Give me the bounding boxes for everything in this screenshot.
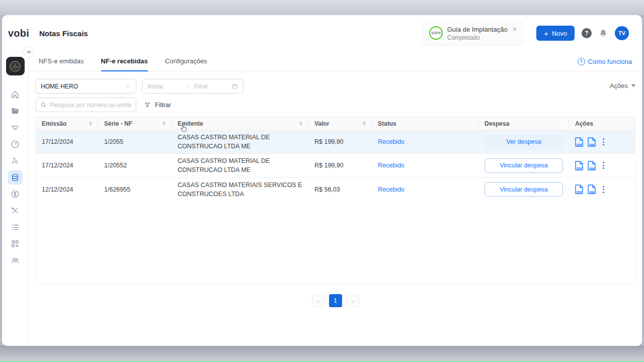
sidebar-item-team[interactable] xyxy=(8,253,23,267)
date-range-input[interactable]: Inicial Final xyxy=(142,79,244,94)
arrow-right-icon xyxy=(185,84,191,89)
tab-nfse-emitidas[interactable]: NFS-e emitidas xyxy=(39,51,84,71)
user-avatar[interactable]: TV xyxy=(615,26,629,40)
cell-valor: R$ 199,90 xyxy=(308,154,372,177)
onboarding-title: Guia de Implantação xyxy=(447,26,508,33)
bell-icon[interactable] xyxy=(599,29,608,38)
table-row[interactable]: 12/12/2024 1/626955 CASAS CASTRO MATERIA… xyxy=(36,177,635,201)
how-it-works-link[interactable]: ? Como funciona xyxy=(578,51,632,71)
sidebar-item-construction[interactable] xyxy=(8,154,23,168)
onboarding-widget[interactable]: 100% Guia de Implantação × Completado xyxy=(423,21,523,46)
funnel-icon xyxy=(144,102,151,109)
status-badge: Recebido xyxy=(372,178,478,201)
svg-text:PDF: PDF xyxy=(577,191,583,194)
col-serie[interactable]: Série - NF xyxy=(98,117,172,130)
project-select[interactable]: HOME HERO xyxy=(35,79,136,94)
svg-text:XML: XML xyxy=(589,191,595,194)
sidebar-expand-button[interactable] xyxy=(23,47,34,57)
cell-emissao: 17/12/2024 xyxy=(36,154,98,177)
tabs-bar: NFS-e emitidas NF-e recebidas Configuraç… xyxy=(29,51,642,72)
current-page[interactable]: 1 xyxy=(329,294,342,307)
sort-icon[interactable] xyxy=(158,121,166,126)
table-header: Emissão Série - NF Emitente Valor Status… xyxy=(36,117,635,130)
xml-download-icon[interactable]: XML xyxy=(588,161,596,170)
xml-download-icon[interactable]: XML xyxy=(588,137,596,147)
toolbar: HOME HERO Inicial Final xyxy=(35,79,635,112)
col-status: Status xyxy=(372,117,478,130)
progress-ring: 100% xyxy=(429,26,443,40)
new-button[interactable]: + Novo xyxy=(536,26,575,41)
header-right: 100% Guia de Implantação × Completado + … xyxy=(423,21,629,46)
close-icon[interactable]: × xyxy=(513,26,517,33)
col-emissao[interactable]: Emissão xyxy=(36,117,98,130)
vincular-despesa-button[interactable]: Vincular despesa xyxy=(485,182,563,197)
onboarding-subtitle: Completado xyxy=(447,34,517,41)
vincular-despesa-button[interactable]: Vincular despesa xyxy=(485,158,563,173)
date-end-placeholder: Final xyxy=(195,83,228,90)
svg-text:XML: XML xyxy=(589,143,595,146)
app-window: vobi Notas Fiscais 100% Guia de Implanta… xyxy=(2,15,642,346)
status-badge: Recebido xyxy=(372,154,478,177)
ver-despesa-button[interactable]: Ver despesa xyxy=(485,135,563,149)
row-menu-icon[interactable] xyxy=(601,137,606,146)
xml-download-icon[interactable]: XML xyxy=(588,185,596,194)
row-menu-icon[interactable] xyxy=(601,161,606,170)
pdf-download-icon[interactable]: PDF xyxy=(575,161,583,170)
tab-nfe-recebidas[interactable]: NF-e recebidas xyxy=(101,51,148,71)
cell-emissao: 17/12/2024 xyxy=(36,130,98,153)
svg-text:XML: XML xyxy=(589,166,595,169)
status-badge: Recebido xyxy=(372,130,478,153)
pdf-download-icon[interactable]: PDF xyxy=(575,185,583,194)
workspace-logo[interactable] xyxy=(6,57,25,75)
question-icon: ? xyxy=(578,58,585,65)
chevron-down-icon xyxy=(125,83,131,89)
sort-icon[interactable] xyxy=(85,121,92,126)
sidebar-item-projects[interactable] xyxy=(8,104,23,118)
page-title: Notas Fiscais xyxy=(39,29,88,38)
help-icon[interactable]: ? xyxy=(582,28,592,38)
cell-valor: R$ 199,90 xyxy=(308,130,372,153)
frame-band-top xyxy=(0,0,644,15)
cell-serie: 1/626955 xyxy=(98,178,172,201)
pdf-download-icon[interactable]: PDF xyxy=(575,137,583,147)
calendar-icon xyxy=(231,83,238,89)
sidebar-item-list[interactable] xyxy=(8,220,23,234)
main-panel: NFS-e emitidas NF-e recebidas Configuraç… xyxy=(29,51,642,346)
search-box xyxy=(35,98,136,112)
cell-valor: R$ 56,03 xyxy=(308,178,372,201)
row-menu-icon[interactable] xyxy=(601,185,606,194)
date-start-placeholder: Inicial xyxy=(147,83,181,90)
cell-serie: 1/2055 xyxy=(98,130,172,153)
cell-emitente: CASAS CASTRO MATERIAIS SERVICOS E CONSTR… xyxy=(172,178,308,201)
sidebar-item-payments[interactable] xyxy=(8,187,23,201)
col-emitente[interactable]: Emitente xyxy=(172,117,308,130)
sidebar-nav xyxy=(8,87,23,267)
table-row[interactable]: 17/12/2024 1/20552 CASAS CASTRO MATERIAL… xyxy=(36,153,635,177)
svg-text:PDF: PDF xyxy=(577,143,583,146)
sidebar-item-tools[interactable] xyxy=(8,204,23,218)
sidebar-item-apps[interactable] xyxy=(8,237,23,251)
pagination: ‹ 1 › xyxy=(35,294,635,307)
sidebar xyxy=(2,51,29,346)
search-icon xyxy=(40,102,47,108)
filter-button[interactable]: Filtrar xyxy=(142,102,173,109)
actions-dropdown[interactable]: Ações xyxy=(610,82,635,89)
table-row[interactable]: 17/12/2024 1/2055 CASAS CASTRO MATERIAL … xyxy=(36,130,635,153)
sidebar-item-dashboard[interactable] xyxy=(8,137,23,151)
cell-emitente: CASAS CASTRO MATERIAL DE CONSTRUCAO LTDA… xyxy=(172,154,308,177)
tab-configuracoes[interactable]: Configurações xyxy=(165,51,207,71)
sidebar-item-home[interactable] xyxy=(8,87,23,102)
project-select-value: HOME HERO xyxy=(41,83,78,90)
sidebar-item-finance-active[interactable] xyxy=(8,170,23,185)
plus-icon: + xyxy=(544,30,548,37)
prev-page-button[interactable]: ‹ xyxy=(312,294,325,307)
next-page-button[interactable]: › xyxy=(346,294,359,307)
sort-icon[interactable] xyxy=(359,121,366,126)
sort-icon[interactable] xyxy=(295,121,302,126)
search-input[interactable] xyxy=(50,102,131,109)
sidebar-item-crm[interactable] xyxy=(8,121,23,135)
col-valor[interactable]: Valor xyxy=(308,117,372,130)
cell-serie: 1/20552 xyxy=(98,154,172,177)
col-acoes: Ações xyxy=(569,117,635,130)
vobi-logo[interactable]: vobi xyxy=(8,28,34,39)
